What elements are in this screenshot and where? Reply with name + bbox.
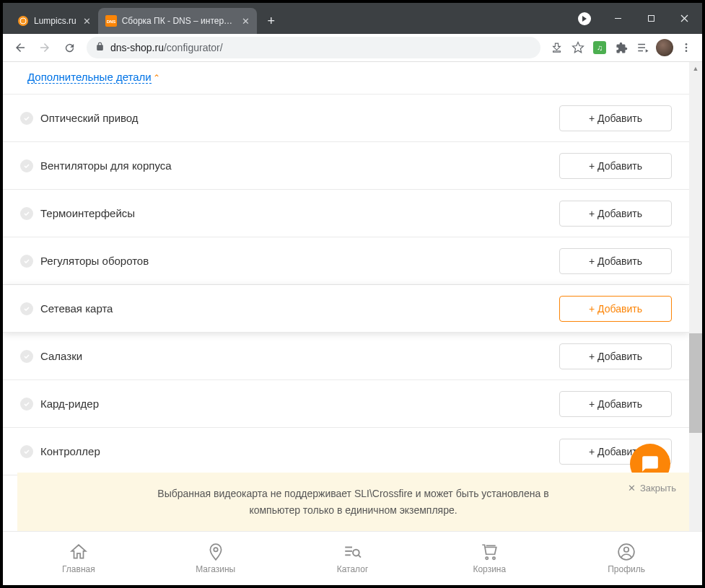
add-button[interactable]: + Добавить (559, 343, 672, 369)
profile-icon (617, 543, 636, 561)
nav-profile[interactable]: Профиль (558, 543, 695, 574)
browser-titlebar: Lumpics.ru ✕ DNS Сборка ПК - DNS – интер… (3, 3, 702, 34)
close-window-button[interactable] (667, 7, 701, 30)
extension-music-icon[interactable]: ♫ (590, 38, 610, 58)
check-circle-icon (20, 255, 33, 268)
banner-close-button[interactable]: ✕ Закрыть (628, 483, 676, 493)
svg-point-13 (686, 43, 688, 45)
nav-stores[interactable]: Магазины (147, 543, 284, 574)
check-circle-icon (20, 159, 33, 172)
category-label: Вентиляторы для корпуса (40, 159, 172, 172)
address-bar[interactable]: dns-shop.ru/configurator/ (87, 37, 540, 58)
nav-cart[interactable]: Корзина (421, 543, 558, 574)
favicon-orange-icon (17, 15, 29, 27)
check-circle-icon (20, 112, 33, 125)
svg-point-15 (686, 50, 688, 52)
tab-title: Lumpics.ru (34, 16, 76, 26)
svg-point-16 (214, 548, 217, 551)
add-button[interactable]: + Добавить (559, 105, 672, 131)
svg-text:DNS: DNS (106, 19, 115, 24)
tab-close-icon[interactable]: ✕ (82, 15, 92, 27)
profile-avatar[interactable] (654, 38, 675, 58)
category-label: Термоинтерфейсы (40, 207, 135, 219)
scrollbar-thumb[interactable] (689, 333, 702, 433)
category-label: Контроллер (40, 445, 100, 457)
category-row: Кард-ридер+ Добавить (3, 380, 689, 428)
browser-menu-button[interactable] (676, 38, 696, 58)
reload-button[interactable] (58, 36, 81, 59)
browser-tab-lumpics[interactable]: Lumpics.ru ✕ (10, 8, 98, 34)
close-icon: ✕ (628, 483, 636, 493)
url-text: dns-shop.ru/configurator/ (110, 42, 532, 53)
reading-list-icon[interactable] (633, 38, 653, 58)
minimize-button[interactable] (601, 7, 634, 30)
catalog-icon (343, 543, 362, 561)
check-circle-icon (20, 302, 33, 315)
category-label: Кард-ридер (40, 398, 99, 410)
chevron-up-icon: ⌃ (153, 73, 160, 83)
warning-banner: Выбранная видеокарта не поддерживает SLI… (17, 473, 689, 531)
category-row: Сетевая карта+ Добавить (3, 285, 689, 333)
svg-point-0 (18, 16, 28, 26)
forward-button[interactable] (33, 36, 56, 59)
category-row: Термоинтерфейсы+ Добавить (3, 190, 689, 237)
address-bar-row: dns-shop.ru/configurator/ ♫ (3, 34, 702, 62)
check-circle-icon (20, 350, 33, 363)
lock-icon (95, 42, 105, 53)
pin-icon (206, 543, 225, 561)
category-row: Вентиляторы для корпуса+ Добавить (3, 142, 689, 190)
add-button[interactable]: + Добавить (559, 296, 672, 322)
category-label: Регуляторы оборотов (40, 255, 149, 267)
category-label: Оптический привод (40, 112, 139, 124)
svg-marker-12 (646, 49, 649, 53)
nav-home[interactable]: Главная (10, 543, 147, 574)
add-button[interactable]: + Добавить (559, 391, 672, 417)
svg-point-14 (686, 47, 688, 49)
extensions-puzzle-icon[interactable] (611, 38, 631, 58)
new-tab-button[interactable]: + (261, 11, 281, 31)
svg-line-21 (359, 555, 361, 557)
svg-rect-6 (648, 16, 654, 22)
tab-close-icon[interactable]: ✕ (240, 15, 251, 27)
check-circle-icon (20, 398, 33, 411)
favicon-dns-icon: DNS (105, 15, 117, 27)
add-button[interactable]: + Добавить (559, 153, 672, 179)
cart-icon (480, 543, 499, 561)
check-circle-icon (20, 445, 33, 458)
maximize-button[interactable] (634, 7, 667, 30)
browser-tab-dns[interactable]: DNS Сборка ПК - DNS – интернет ма ✕ (98, 8, 257, 34)
chat-icon (641, 455, 660, 473)
check-circle-icon (20, 207, 33, 220)
category-label: Сетевая карта (40, 302, 113, 315)
svg-point-26 (624, 548, 629, 553)
additional-details-toggle[interactable]: Дополнительные детали (27, 71, 152, 84)
add-button[interactable]: + Добавить (559, 248, 672, 274)
install-app-icon[interactable] (546, 38, 566, 58)
svg-marker-4 (582, 16, 587, 22)
tab-title: Сборка ПК - DNS – интернет ма (122, 16, 235, 26)
cast-button[interactable] (568, 7, 601, 30)
svg-point-22 (486, 557, 488, 559)
bookmark-star-icon[interactable] (568, 38, 588, 58)
back-button[interactable] (9, 36, 32, 59)
banner-text: Выбранная видеокарта не поддерживает SLI… (137, 486, 570, 518)
scrollbar-track[interactable]: ▲ ▼ (689, 62, 702, 585)
category-row: Регуляторы оборотов+ Добавить (3, 237, 689, 285)
svg-point-20 (354, 550, 360, 556)
category-row: Контроллер+ Добавить (3, 428, 689, 475)
scroll-up-arrow-icon[interactable]: ▲ (689, 62, 702, 75)
category-label: Салазки (40, 350, 82, 362)
bottom-nav: Главная Магазины Каталог Корзина Профиль (3, 531, 702, 585)
cast-icon (578, 12, 591, 25)
page-content: Дополнительные детали⌃ Оптический привод… (3, 62, 689, 531)
home-icon (69, 543, 88, 561)
add-button[interactable]: + Добавить (559, 201, 672, 227)
category-row: Салазки+ Добавить (3, 333, 689, 380)
category-row: Оптический привод+ Добавить (3, 95, 689, 142)
svg-point-23 (493, 557, 495, 559)
nav-catalog[interactable]: Каталог (284, 543, 421, 574)
